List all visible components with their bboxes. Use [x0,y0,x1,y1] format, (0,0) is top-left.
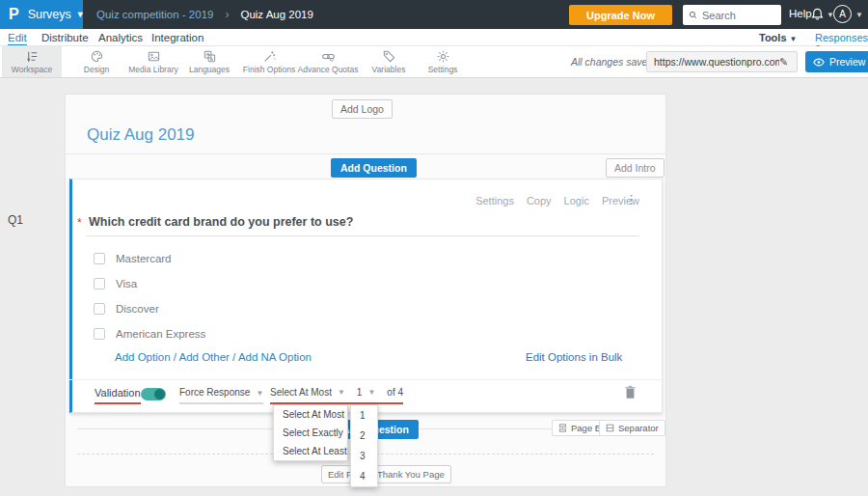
tab-edit[interactable]: Edit [8,32,27,45]
separator-icon [606,424,614,432]
menu-item-select-exactly[interactable]: Select Exactly [274,424,347,442]
menu-item-4[interactable]: 4 [351,466,377,486]
survey-title[interactable]: Quiz Aug 2019 [87,125,195,145]
divider [65,153,666,154]
edit-options-in-bulk-link[interactable]: Edit Options in Bulk [526,351,622,363]
validation-toggle[interactable] [141,388,166,400]
slash-separator: / [171,351,179,363]
help-link[interactable]: Help [789,8,812,19]
survey-url-field[interactable]: ✎ [646,51,798,72]
chevron-down-icon: ▼ [256,389,263,398]
question-card [69,179,663,413]
validation-rule-controls: Select At Most▼ 1▼ of 4 [270,387,403,404]
toolbar-item-design[interactable]: Design [67,46,126,77]
search-icon [689,10,697,20]
upgrade-now-button[interactable]: Upgrade Now [569,5,672,25]
chevron-down-icon: ▼ [76,10,85,19]
survey-url-input[interactable] [654,56,779,68]
avatar-initial: A [839,9,846,19]
checkbox-icon[interactable] [94,278,105,289]
toolbar-item-settings[interactable]: Settings [413,46,473,77]
question-settings-link[interactable]: Settings [475,195,514,207]
answer-option-row: American Express [94,328,205,340]
option-label[interactable]: American Express [116,328,205,340]
checkbox-icon[interactable] [94,303,105,315]
questionpro-survey-editor: P Surveys ▼ Quiz competition - 2019 › Qu… [0,0,868,496]
validation-label: Validation [95,387,141,404]
product-switcher[interactable]: P Surveys ▼ [0,0,83,29]
option-add-links: Add Option / Add Other / Add NA Option [115,351,312,363]
links-icon [321,49,336,64]
menu-item-3[interactable]: 3 [351,446,377,466]
toolbar-item-variables[interactable]: Variables [359,46,419,77]
kebab-menu-icon[interactable]: ⋮ [625,192,637,207]
question-action-menu: Settings Copy Logic Preview [482,195,639,207]
chevron-down-icon: ▼ [790,35,798,43]
rule-dropdown[interactable]: Select At Most [270,387,332,398]
eye-icon [813,58,825,67]
gear-icon [436,49,450,64]
tools-menu[interactable]: Tools ▼ [759,32,798,43]
question-logic-link[interactable]: Logic [564,195,589,207]
add-option-link[interactable]: Add Option [115,351,171,363]
autosave-status: All changes saved [571,56,653,68]
question-copy-link[interactable]: Copy [527,195,552,207]
breadcrumb-separator-icon: › [225,8,229,21]
workspace-icon [25,49,40,64]
tab-analytics[interactable]: Analytics [98,32,143,43]
breadcrumb-current-survey: Quiz Aug 2019 [240,9,312,20]
option-label[interactable]: Visa [116,278,137,289]
toolbar-item-advance-quotas[interactable]: Advance Quotas [298,46,358,77]
checkbox-icon[interactable] [94,328,105,340]
toolbar-item-workspace[interactable]: Workspace [2,46,62,77]
add-other-link[interactable]: Add Other [179,351,230,363]
menu-item-1[interactable]: 1 [351,405,377,426]
question-text[interactable]: Which credit card brand do you prefer to… [89,215,353,229]
add-question-button[interactable]: Add Question [331,158,417,178]
rule-of-total: of 4 [387,387,403,398]
magic-wand-icon [262,49,277,64]
menu-item-select-at-least[interactable]: Select At Least [274,442,347,460]
chevron-down-icon: ▼ [338,388,345,397]
toolbar-item-finish-options[interactable]: Finish Options [239,46,299,77]
page-break-icon [558,424,567,432]
answer-option-row: Mastercard [94,253,172,264]
question-number: Q1 [8,213,23,227]
avatar[interactable]: A [833,5,852,23]
force-response-dropdown[interactable]: Force Response▼ [179,387,263,404]
tag-icon [382,49,396,64]
checkbox-icon[interactable] [94,253,105,264]
add-intro-button[interactable]: Add Intro [606,158,665,178]
chevron-down-icon: ▼ [367,388,375,397]
edit-url-pencil-icon[interactable]: ✎ [779,56,788,69]
breadcrumb-folder[interactable]: Quiz competition - 2019 [96,9,213,20]
questionpro-logo: P [9,6,19,23]
toggle-knob [154,389,165,400]
option-label[interactable]: Discover [116,303,159,315]
required-asterisk: * [77,216,82,230]
search-input[interactable] [702,10,775,21]
toolbar-item-languages[interactable]: Languages [179,46,239,77]
menu-item-select-at-most[interactable]: Select At Most [274,405,347,424]
rule-value-dropdown[interactable]: 1 [357,387,363,398]
tab-integration[interactable]: Integration [151,32,203,43]
answer-option-row: Discover [94,303,159,315]
answer-option-row: Visa [94,278,137,289]
add-logo-button[interactable]: Add Logo [332,99,393,119]
delete-question-trash-icon[interactable] [624,385,637,403]
top-bar: P Surveys ▼ Quiz competition - 2019 › Qu… [0,0,868,29]
menu-item-2[interactable]: 2 [351,426,377,446]
palette-icon [90,49,104,64]
account-chevron-icon[interactable]: ▼ [855,11,863,19]
preview-button[interactable]: Preview [805,51,868,72]
option-label[interactable]: Mastercard [116,253,172,264]
tab-distribute[interactable]: Distribute [41,32,89,43]
separator-button[interactable]: Separator [599,420,665,436]
question-text-underline [87,235,639,236]
global-search[interactable] [683,5,781,25]
add-na-option-link[interactable]: Add NA Option [238,351,312,363]
notifications-bell-icon[interactable] [810,7,825,26]
thank-you-page-button[interactable]: Thank You Page [370,465,451,483]
image-icon [147,49,161,64]
toolbar-item-media-library[interactable]: Media Library [123,46,183,77]
